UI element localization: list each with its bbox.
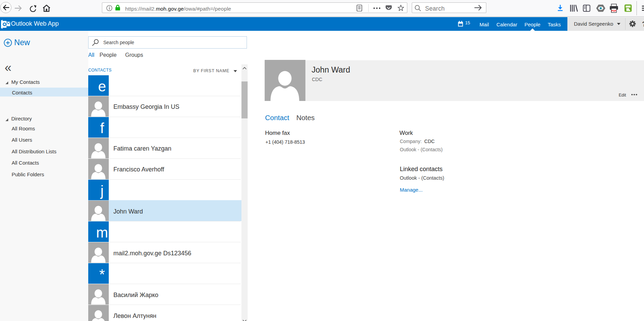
svg-text:PDF: PDF — [612, 10, 617, 12]
